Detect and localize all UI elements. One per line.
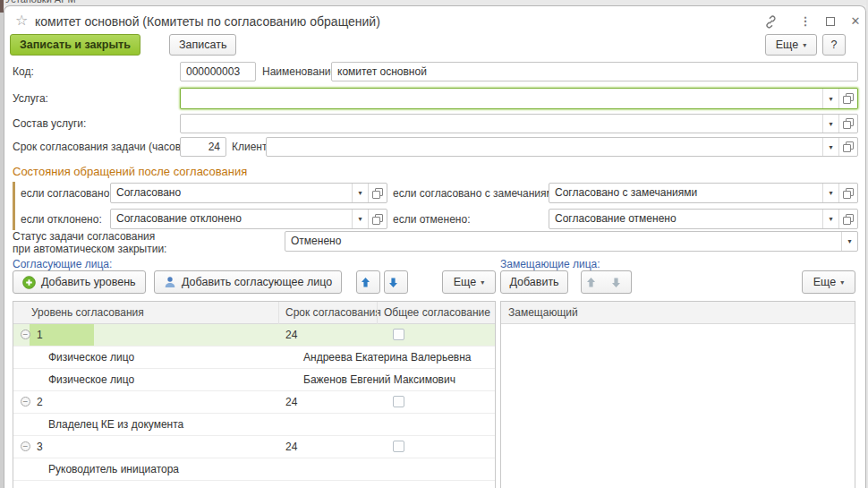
chevron-down-icon: ▾ bbox=[803, 41, 806, 49]
dropdown-icon[interactable]: ▾ bbox=[822, 210, 838, 228]
form-more-button[interactable]: Еще ▾ bbox=[765, 34, 817, 56]
save-and-close-button[interactable]: Записать и закрыть bbox=[10, 34, 140, 56]
open-icon bbox=[843, 214, 854, 225]
add-circle-icon bbox=[22, 276, 36, 289]
task-hours-label: Срок согласования задачи (часов): bbox=[13, 141, 187, 153]
code-label: Код: bbox=[13, 65, 34, 78]
dropdown-icon[interactable]: ▾ bbox=[352, 210, 368, 228]
name-input[interactable] bbox=[331, 62, 858, 81]
close-icon[interactable]: ✕ bbox=[846, 13, 865, 30]
column-level: Уровень согласования bbox=[31, 306, 144, 319]
get-link-icon[interactable] bbox=[761, 13, 780, 30]
move-down-button[interactable] bbox=[384, 270, 408, 294]
more-menu-icon[interactable]: ⋮ bbox=[796, 13, 815, 30]
open-icon bbox=[372, 214, 383, 225]
open-button[interactable] bbox=[368, 184, 387, 202]
column-common: Общее согласование bbox=[384, 306, 490, 319]
arrow-down-icon bbox=[610, 277, 622, 288]
arrow-up-icon bbox=[360, 277, 371, 288]
open-button[interactable] bbox=[838, 184, 857, 202]
approvers-panel-title: Согласующие лица: bbox=[13, 258, 112, 270]
arrow-up-icon bbox=[585, 277, 597, 288]
approvers-more-button[interactable]: Еще ▾ bbox=[442, 270, 496, 294]
service-label: Услуга: bbox=[13, 92, 48, 105]
save-button[interactable]: Записать bbox=[169, 34, 236, 56]
common-approval-checkbox[interactable] bbox=[393, 396, 404, 407]
chevron-down-icon: ▾ bbox=[840, 278, 844, 287]
window-title: комитет основной (Комитеты по согласован… bbox=[35, 14, 380, 29]
client-combobox[interactable]: ▾ bbox=[266, 137, 858, 157]
section-group-line bbox=[13, 182, 15, 230]
auto-close-status-combobox[interactable]: Отменено ▾ bbox=[285, 231, 858, 252]
substitute-move-up-button[interactable] bbox=[581, 270, 607, 294]
table-row-level-2[interactable]: − 2 24 bbox=[13, 391, 495, 414]
dropdown-icon[interactable]: ▾ bbox=[841, 232, 857, 251]
substitutes-panel-title: Замещающие лица: bbox=[500, 258, 600, 270]
substitutes-table-header: Замещающий bbox=[501, 302, 855, 324]
approvers-table: Уровень согласования Срок согласования О… bbox=[13, 301, 496, 488]
background-window-title: Установки АРМ bbox=[5, 0, 76, 4]
collapse-icon[interactable]: − bbox=[21, 397, 30, 407]
dropdown-icon[interactable]: ▾ bbox=[822, 138, 838, 156]
substitutes-table: Замещающий bbox=[500, 301, 855, 488]
table-row-level-3[interactable]: − 3 24 bbox=[13, 436, 495, 458]
task-hours-input[interactable] bbox=[180, 137, 226, 157]
help-button[interactable]: ? bbox=[822, 34, 846, 56]
approved-with-remarks-label: если согласовано с замечаниями: bbox=[393, 187, 563, 200]
collapse-icon[interactable]: − bbox=[21, 441, 30, 451]
column-substitute: Замещающий bbox=[508, 306, 578, 319]
move-up-button[interactable] bbox=[356, 270, 380, 294]
open-icon bbox=[843, 118, 854, 129]
states-section-title: Состояния обращений после согласования bbox=[13, 165, 247, 178]
person-icon bbox=[164, 276, 176, 288]
add-level-button[interactable]: Добавить уровень bbox=[13, 270, 146, 294]
code-input[interactable] bbox=[180, 62, 256, 81]
auto-close-status-label-line1: Статус задачи согласования bbox=[13, 230, 155, 243]
rejected-label: если отклонено: bbox=[21, 213, 102, 226]
dropdown-icon[interactable]: ▾ bbox=[822, 184, 838, 202]
table-row-person[interactable]: Владелец КЕ из документа bbox=[13, 414, 495, 436]
table-row-person[interactable]: Физическое лицо Андреева Екатерина Валер… bbox=[13, 347, 495, 369]
arrow-down-icon bbox=[387, 277, 399, 288]
substitutes-more-button[interactable]: Еще ▾ bbox=[802, 270, 855, 294]
rejected-combobox[interactable]: Согласование отклонено ▾ bbox=[110, 209, 387, 229]
column-term: Срок согласования bbox=[285, 306, 381, 319]
table-row-level-1[interactable]: − 1 24 bbox=[13, 324, 495, 347]
table-row-person[interactable]: Руководитель инициатора bbox=[13, 458, 495, 481]
dropdown-icon[interactable]: ▾ bbox=[822, 115, 838, 133]
dropdown-icon[interactable]: ▾ bbox=[352, 184, 368, 202]
table-row-person[interactable]: Физическое лицо Баженов Евгений Максимов… bbox=[13, 369, 495, 391]
add-substitute-button[interactable]: Добавить bbox=[500, 270, 568, 294]
approved-label: если согласовано: bbox=[21, 187, 113, 200]
favorite-star-icon[interactable]: ☆ bbox=[15, 13, 28, 29]
open-icon bbox=[843, 93, 854, 104]
cancelled-combobox[interactable]: Согласование отменено ▾ bbox=[549, 209, 858, 229]
add-approver-button[interactable]: Добавить согласующее лицо bbox=[154, 270, 342, 294]
dropdown-icon[interactable]: ▾ bbox=[822, 89, 838, 108]
open-button[interactable] bbox=[368, 210, 387, 228]
approved-combobox[interactable]: Согласовано ▾ bbox=[110, 183, 387, 203]
open-button[interactable] bbox=[838, 210, 857, 228]
service-parts-label: Состав услуги: bbox=[13, 117, 86, 130]
auto-close-status-label-line2: при автоматическом закрытии: bbox=[13, 243, 166, 255]
approvers-table-header: Уровень согласования Срок согласования О… bbox=[13, 302, 495, 324]
open-button[interactable] bbox=[838, 138, 857, 156]
chevron-down-icon: ▾ bbox=[481, 278, 484, 287]
client-label: Клиент: bbox=[232, 141, 270, 153]
open-icon bbox=[843, 141, 854, 152]
collapse-icon[interactable]: − bbox=[21, 330, 30, 339]
name-label: Наименование: bbox=[262, 65, 340, 78]
open-icon bbox=[372, 188, 383, 199]
service-parts-combobox[interactable]: ▾ bbox=[180, 114, 858, 133]
substitute-move-down-button[interactable] bbox=[606, 270, 632, 294]
committee-form-dialog: ☆ комитет основной (Комитеты по согласов… bbox=[4, 5, 866, 488]
common-approval-checkbox[interactable] bbox=[393, 441, 404, 452]
maximize-icon[interactable] bbox=[821, 13, 840, 30]
service-combobox[interactable]: ▾ bbox=[180, 88, 858, 109]
open-icon bbox=[843, 188, 854, 199]
cancelled-label: если отменено: bbox=[393, 213, 470, 226]
common-approval-checkbox[interactable] bbox=[393, 329, 404, 340]
open-button[interactable] bbox=[838, 89, 857, 108]
open-button[interactable] bbox=[838, 115, 857, 133]
approved-with-remarks-combobox[interactable]: Согласовано с замечаниями ▾ bbox=[549, 183, 858, 203]
